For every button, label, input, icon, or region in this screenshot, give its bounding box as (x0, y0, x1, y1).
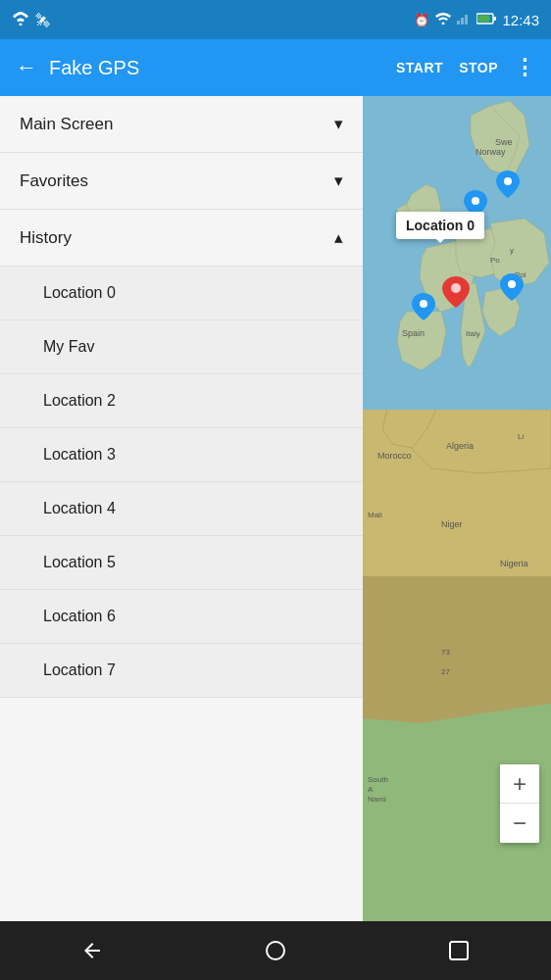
svg-point-32 (508, 280, 516, 288)
nav-back-button[interactable] (69, 927, 116, 974)
history-item-location4[interactable]: Location 4 (0, 482, 363, 536)
svg-rect-8 (478, 15, 490, 22)
main-screen-chevron: ▾ (334, 114, 343, 134)
svg-rect-3 (461, 18, 464, 24)
history-item-location5[interactable]: Location 5 (0, 536, 363, 590)
svg-text:27: 27 (441, 667, 450, 676)
history-item-label: My Fav (43, 338, 94, 356)
svg-text:73: 73 (441, 648, 450, 657)
svg-point-1 (442, 22, 445, 24)
history-item-location7[interactable]: Location 7 (0, 644, 363, 698)
svg-point-30 (451, 283, 461, 293)
zoom-out-button[interactable]: − (500, 804, 539, 843)
status-bar: 🛰 ⏰ 12:43 (0, 0, 551, 39)
history-item-location6[interactable]: Location 6 (0, 590, 363, 644)
svg-rect-34 (450, 942, 468, 959)
app-title: Fake GPS (49, 57, 384, 79)
start-button[interactable]: START (396, 60, 443, 75)
stop-button[interactable]: STOP (459, 60, 498, 75)
favorites-chevron: ▾ (334, 171, 343, 191)
more-options-button[interactable]: ⋮ (514, 55, 535, 80)
history-item-label: Location 5 (43, 554, 116, 571)
history-item-myfav[interactable]: My Fav (0, 320, 363, 374)
svg-text:Li: Li (518, 432, 524, 441)
status-bar-right: ⏰ 12:43 (414, 12, 539, 28)
svg-text:South: South (368, 775, 388, 784)
signal-icon (457, 13, 471, 27)
alarm-icon: ⏰ (414, 13, 429, 27)
svg-text:Morocco: Morocco (377, 451, 412, 461)
wifi-filled-icon (435, 13, 451, 27)
main-content: Main Screen ▾ Favorites ▾ History ▴ Loca… (0, 96, 551, 921)
history-item-label: Location 7 (43, 662, 116, 679)
svg-text:Spain: Spain (402, 328, 425, 338)
status-bar-left: 🛰 (12, 12, 50, 28)
status-time: 12:43 (502, 12, 539, 28)
history-item-label: Location 3 (43, 446, 116, 464)
history-chevron: ▴ (334, 227, 343, 248)
svg-point-0 (20, 23, 23, 25)
app-bar-actions: START STOP ⋮ (396, 55, 535, 80)
svg-text:Nigeria: Nigeria (500, 559, 528, 568)
back-button[interactable]: ← (16, 55, 37, 80)
history-item-label: Location 4 (43, 500, 116, 517)
svg-text:Mali: Mali (368, 511, 382, 519)
svg-text:A: A (368, 785, 374, 794)
history-item-location0[interactable]: Location 0 (0, 267, 363, 320)
svg-text:Norway: Norway (476, 147, 506, 157)
svg-text:Niger: Niger (441, 519, 463, 529)
history-item-label: Location 6 (43, 608, 116, 625)
history-item-label: Location 0 (43, 284, 116, 302)
favorites-label: Favorites (20, 172, 88, 191)
svg-rect-7 (494, 17, 497, 21)
svg-text:Nami: Nami (368, 795, 386, 804)
svg-point-33 (267, 942, 284, 959)
nav-home-button[interactable] (252, 927, 299, 974)
svg-text:y: y (510, 246, 514, 255)
svg-rect-4 (465, 15, 468, 24)
sidebar-item-main-screen[interactable]: Main Screen ▾ (0, 96, 363, 153)
svg-point-28 (472, 197, 479, 205)
zoom-in-button[interactable]: + (500, 764, 539, 804)
battery-icon (476, 13, 496, 27)
nav-bar (0, 921, 551, 980)
svg-text:Italy: Italy (466, 329, 480, 338)
sidebar-item-favorites[interactable]: Favorites ▾ (0, 153, 363, 210)
history-label: History (20, 228, 72, 248)
map-area[interactable]: Norway Swe Po Pol y Italy Spain Morocco … (363, 96, 551, 921)
drawer: Main Screen ▾ Favorites ▾ History ▴ Loca… (0, 96, 363, 921)
svg-text:Po: Po (490, 256, 500, 265)
history-item-label: Location 2 (43, 392, 116, 410)
history-item-location3[interactable]: Location 3 (0, 428, 363, 482)
map-tooltip: Location 0 (396, 212, 484, 239)
svg-point-29 (504, 177, 512, 185)
main-screen-label: Main Screen (20, 115, 113, 134)
satellite-icon: 🛰 (35, 12, 50, 28)
wifi-icon (12, 12, 29, 28)
app-bar: ← Fake GPS START STOP ⋮ (0, 39, 551, 96)
nav-recents-button[interactable] (435, 927, 482, 974)
svg-text:Algeria: Algeria (446, 441, 474, 451)
svg-point-31 (420, 300, 427, 308)
svg-text:Swe: Swe (495, 137, 513, 147)
sidebar-item-history[interactable]: History ▴ (0, 210, 363, 267)
map-controls: + − (500, 764, 539, 843)
svg-rect-2 (457, 21, 460, 24)
history-item-location2[interactable]: Location 2 (0, 374, 363, 428)
